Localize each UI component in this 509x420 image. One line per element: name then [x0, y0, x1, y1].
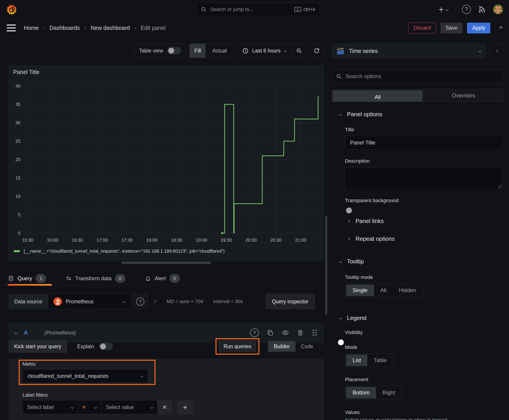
query-help-icon[interactable]: ?	[250, 329, 259, 337]
global-search[interactable]: ctrl+k	[196, 3, 320, 16]
main-scrollbar-thumb[interactable]	[325, 215, 327, 315]
refresh-button[interactable]	[310, 44, 324, 58]
duplicate-query-icon[interactable]	[267, 329, 273, 336]
time-range-button[interactable]: Last 6 hours	[237, 48, 292, 54]
select-value-placeholder: Select value	[106, 404, 146, 410]
chevron-down-icon	[478, 49, 481, 52]
remove-filter-button[interactable]: ✕	[158, 400, 172, 414]
zoom-out-time-button[interactable]	[292, 44, 306, 58]
svg-text:15:30: 15:30	[22, 238, 33, 242]
datasource-name: Prometheus	[66, 299, 120, 305]
time-range-label: Last 6 hours	[252, 48, 281, 54]
legend-mode-list[interactable]: List	[346, 354, 367, 366]
legend-placement-right[interactable]: Right	[376, 387, 401, 398]
panel-preview: Panel Title 051015202530354015:3016:0016…	[8, 65, 324, 261]
tooltip-mode-switch: Single All Hidden	[345, 283, 423, 297]
table-view-toggle[interactable]	[167, 47, 181, 54]
tooltip-mode-all[interactable]: All	[374, 285, 393, 296]
delete-query-icon[interactable]	[297, 329, 304, 336]
collapse-query-icon[interactable]	[14, 331, 17, 334]
grafana-logo-icon[interactable]	[6, 4, 17, 15]
explain-toggle[interactable]	[99, 343, 113, 350]
transform-count-badge: 0	[115, 274, 125, 283]
breadcrumb-new-dashboard[interactable]: New dashboard	[91, 25, 130, 31]
panel-resize-handle[interactable]	[121, 262, 211, 264]
select-label-dropdown[interactable]: Select label	[23, 400, 78, 414]
query-options-summary[interactable]: MD = auto = 704 Interval = 30s	[167, 299, 243, 304]
apply-button[interactable]: Apply	[467, 23, 490, 33]
query-section-tabs: Query 1 Transform data 0	[0, 271, 328, 285]
section-panel-options[interactable]: Panel options	[332, 111, 504, 118]
tab-alert-label: Alert	[155, 275, 166, 282]
menu-toggle-icon[interactable]	[7, 24, 16, 31]
panel-title-input[interactable]	[345, 136, 502, 150]
new-menu-button[interactable]: +	[439, 5, 448, 14]
tab-alert[interactable]: Alert 0	[145, 271, 185, 285]
section-legend[interactable]: Legend	[332, 315, 504, 322]
legend-placement-switch: Bottom Right	[345, 386, 403, 400]
metric-value: cloudflared_tunnel_total_requests	[28, 373, 136, 379]
svg-text:0: 0	[18, 231, 20, 236]
discard-button[interactable]: Discard	[408, 23, 436, 33]
refresh-icon	[313, 48, 320, 54]
builder-option[interactable]: Builder	[268, 341, 296, 352]
tab-query[interactable]: Query 1	[8, 271, 52, 285]
user-avatar[interactable]	[493, 4, 503, 15]
expand-options-icon[interactable]	[153, 300, 156, 303]
legend-placement-label: Placement	[345, 377, 504, 382]
operator-dropdown[interactable]: =	[78, 400, 101, 414]
tab-overrides[interactable]: Overrides	[423, 90, 504, 102]
breadcrumb-dashboards[interactable]: Dashboards	[50, 25, 80, 31]
drag-handle-icon[interactable]	[312, 329, 318, 336]
legend-values-hint: Select values or calculations to show in…	[345, 417, 504, 420]
tooltip-mode-single[interactable]: Single	[346, 285, 374, 296]
actual-option[interactable]: Actual	[205, 44, 233, 58]
help-button[interactable]: ?	[462, 5, 471, 14]
global-search-input[interactable]	[210, 7, 291, 12]
datasource-picker[interactable]: Prometheus	[48, 294, 131, 309]
select-value-dropdown[interactable]: Select value	[101, 400, 158, 414]
add-filter-button[interactable]: +	[178, 400, 193, 414]
legend-mode-table[interactable]: Table	[367, 354, 393, 366]
options-search-input[interactable]	[345, 73, 500, 79]
save-button[interactable]: Save	[441, 23, 463, 33]
code-option[interactable]: Code	[296, 341, 319, 352]
svg-text:17:00: 17:00	[97, 238, 108, 242]
news-rss-icon[interactable]	[478, 5, 486, 14]
run-queries-button[interactable]: Run queries	[219, 341, 256, 352]
breadcrumb-home[interactable]: Home	[24, 25, 39, 31]
viz-suggestions-button[interactable]	[489, 44, 504, 58]
visualization-picker[interactable]: Time series	[332, 44, 486, 58]
chevron-right-icon	[347, 237, 350, 240]
metric-select[interactable]: cloudflared_tunnel_total_requests	[23, 369, 148, 383]
query-inspector-button[interactable]: Query inspector	[266, 294, 315, 309]
legend-placement-bottom[interactable]: Bottom	[346, 387, 376, 398]
chevron-down-icon	[123, 300, 126, 303]
svg-text:5: 5	[18, 212, 20, 217]
legend-series-label[interactable]: {__name__="cloudflared_tunnel_total_requ…	[23, 249, 225, 254]
section-repeat-options[interactable]: Repeat options	[332, 230, 504, 248]
section-panel-links[interactable]: Panel links	[332, 212, 504, 230]
legend-visibility-label: Visibility	[345, 330, 504, 335]
query-ref-id[interactable]: A	[24, 329, 28, 336]
svg-text:35: 35	[15, 102, 20, 107]
kick-start-button[interactable]: Kick start your query	[8, 340, 67, 353]
svg-text:16:00: 16:00	[47, 238, 58, 242]
tab-transform-data[interactable]: Transform data 0	[66, 271, 131, 285]
tab-all-options[interactable]: All	[333, 90, 423, 102]
options-search[interactable]	[332, 69, 504, 83]
chevron-down-icon	[284, 49, 287, 52]
fill-option[interactable]: Fill	[190, 44, 205, 58]
chevron-down-icon	[446, 8, 449, 11]
select-label-placeholder: Select label	[27, 404, 67, 410]
section-tooltip[interactable]: Tooltip	[332, 258, 504, 265]
interval-stat: Interval = 30s	[213, 299, 243, 304]
collapse-options-icon[interactable]	[499, 26, 503, 30]
section-panel-links-label: Panel links	[356, 218, 384, 225]
panel-description-input[interactable]	[345, 167, 502, 190]
timeseries-chart: 051015202530354015:3016:0016:3017:0017:3…	[11, 80, 322, 247]
datasource-help-button[interactable]: ?	[133, 294, 148, 309]
tooltip-mode-hidden[interactable]: Hidden	[393, 285, 422, 296]
legend-mode-switch: List Table	[345, 353, 394, 367]
toggle-visibility-icon[interactable]	[282, 329, 289, 336]
